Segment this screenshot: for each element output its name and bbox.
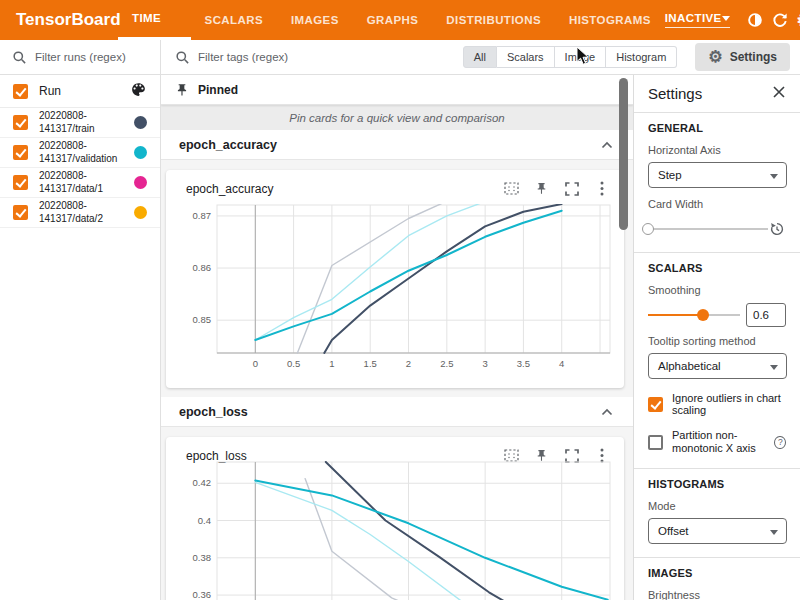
run-row-data-2[interactable]: 20220808-141317/data/2	[0, 198, 160, 228]
tab-graphs[interactable]: GRAPHS	[353, 0, 433, 40]
svg-text:2.5: 2.5	[440, 358, 453, 369]
pin-icon	[175, 83, 189, 97]
smoothing-slider[interactable]	[648, 308, 740, 322]
section-title: epoch_loss	[179, 405, 248, 419]
filter-histogram-button[interactable]: Histogram	[606, 46, 677, 68]
svg-text:3: 3	[482, 358, 487, 369]
main-scrollbar-thumb[interactable]	[619, 78, 628, 230]
reload-status-dropdown[interactable]: INACTIVE	[665, 12, 730, 28]
card-epoch-accuracy: epoch_accuracy	[166, 170, 624, 388]
run-checkbox[interactable]	[13, 175, 28, 190]
run-label: 20220808-141317/data/2	[39, 200, 123, 225]
app-logo: TensorBoard	[0, 0, 118, 40]
run-checkbox[interactable]	[13, 205, 28, 220]
svg-text:0.42: 0.42	[193, 477, 212, 488]
chevron-up-icon[interactable]	[601, 408, 613, 416]
tag-type-filter-group: All Scalars Image Histogram	[463, 46, 678, 68]
close-icon[interactable]	[772, 85, 786, 103]
settings-button[interactable]: ⚙ Settings	[695, 43, 790, 71]
help-icon[interactable]: ?	[774, 436, 786, 449]
histogram-mode-select[interactable]: Offset	[648, 518, 787, 544]
ignore-outliers-checkbox[interactable]	[648, 397, 663, 412]
pin-hint: Pin cards for a quick view and compariso…	[161, 105, 633, 130]
group-heading: IMAGES	[648, 567, 786, 579]
run-row-data-1[interactable]: 20220808-141317/data/1	[0, 168, 160, 198]
run-color-dot	[134, 206, 147, 219]
run-list-header: Run	[0, 75, 160, 108]
svg-text:0.36: 0.36	[193, 589, 212, 600]
svg-text:1: 1	[329, 358, 334, 369]
pinned-section-header: Pinned	[161, 75, 633, 105]
svg-text:0.85: 0.85	[193, 314, 212, 325]
tooltip-sorting-select[interactable]: Alphabetical	[648, 353, 787, 379]
run-color-dot	[134, 176, 147, 189]
tag-toolbar: All Scalars Image Histogram ⚙ Settings	[161, 40, 800, 75]
group-heading: GENERAL	[648, 122, 786, 134]
horizontal-axis-select[interactable]: Step	[648, 162, 787, 188]
settings-group-images: IMAGES Brightness Contrast	[634, 558, 800, 600]
run-filter	[0, 40, 160, 75]
filter-image-button[interactable]: Image	[555, 46, 607, 68]
card-title: epoch_accuracy	[186, 182, 273, 196]
more-options-icon[interactable]	[593, 180, 610, 197]
tab-histograms[interactable]: HISTOGRAMS	[555, 0, 665, 40]
search-icon	[175, 50, 190, 65]
card-epoch-loss: epoch_loss	[166, 437, 624, 600]
app-header: TensorBoard TIME SERIES SCALARS IMAGES G…	[0, 0, 800, 40]
svg-text:1.5: 1.5	[364, 358, 377, 369]
svg-text:0: 0	[253, 358, 258, 369]
tag-filter-input[interactable]	[198, 51, 348, 63]
fullscreen-icon[interactable]	[563, 180, 580, 197]
svg-text:4: 4	[559, 358, 564, 369]
nav-tabs: TIME SERIES SCALARS IMAGES GRAPHS DISTRI…	[118, 0, 665, 40]
run-row-train[interactable]: 20220808-141317/train	[0, 108, 160, 138]
run-checkbox[interactable]	[13, 115, 28, 130]
svg-text:0.38: 0.38	[193, 552, 212, 563]
run-filter-input[interactable]	[35, 51, 145, 63]
run-column-label: Run	[39, 84, 61, 98]
filter-all-button[interactable]: All	[463, 46, 497, 68]
tab-scalars[interactable]: SCALARS	[191, 0, 277, 40]
tab-images[interactable]: IMAGES	[277, 0, 353, 40]
tab-time-series[interactable]: TIME SERIES	[118, 0, 191, 40]
svg-text:0.5: 0.5	[287, 358, 300, 369]
select-all-runs-checkbox[interactable]	[13, 84, 28, 99]
chevron-down-icon	[722, 16, 730, 21]
reset-card-width-icon[interactable]	[768, 220, 786, 238]
svg-text:0.87: 0.87	[193, 210, 212, 221]
settings-group-scalars: SCALARS Smoothing Tooltip sorting method…	[634, 253, 800, 469]
filter-scalars-button[interactable]: Scalars	[497, 46, 555, 68]
pin-card-icon[interactable]	[533, 180, 550, 197]
run-label: 20220808-141317/validation	[39, 140, 123, 165]
palette-icon[interactable]	[130, 81, 147, 102]
section-epoch-accuracy[interactable]: epoch_accuracy	[161, 130, 633, 160]
section-title: epoch_accuracy	[179, 138, 277, 152]
refresh-icon[interactable]	[771, 7, 789, 34]
settings-gear-icon[interactable]: ⚙	[796, 7, 800, 34]
settings-panel: Settings GENERAL Horizontal Axis Step Ca…	[633, 75, 800, 600]
run-checkbox[interactable]	[13, 145, 28, 160]
chevron-up-icon[interactable]	[601, 141, 613, 149]
tag-filter	[175, 50, 348, 65]
epoch-accuracy-chart: 0.850.860.8700.511.522.533.54	[178, 203, 613, 375]
partition-x-axis-row: Partition non-monotonic X axis ?	[648, 429, 786, 455]
horizontal-axis-label: Horizontal Axis	[648, 144, 786, 156]
ignore-outliers-row: Ignore outliers in chart scaling	[648, 392, 786, 416]
brightness-label: Brightness	[648, 589, 786, 600]
smoothing-value-input[interactable]	[746, 303, 786, 327]
tab-distributions[interactable]: DISTRIBUTIONS	[432, 0, 555, 40]
settings-panel-title: Settings	[648, 85, 702, 102]
section-epoch-loss[interactable]: epoch_loss	[161, 397, 633, 427]
group-heading: HISTOGRAMS	[648, 478, 786, 490]
run-label: 20220808-141317/data/1	[39, 170, 123, 195]
runs-sidebar: Run 20220808-141317/train 20220808-14131…	[0, 40, 161, 600]
run-row-validation[interactable]: 20220808-141317/validation	[0, 138, 160, 168]
cards-area: Pinned Pin cards for a quick view and co…	[161, 75, 633, 600]
fit-domain-icon[interactable]	[503, 180, 520, 197]
svg-text:3.5: 3.5	[517, 358, 530, 369]
card-width-slider[interactable]	[648, 222, 768, 236]
brightness-toggle-icon[interactable]	[746, 7, 764, 34]
partition-x-axis-checkbox[interactable]	[648, 435, 663, 450]
card-width-label: Card Width	[648, 198, 786, 210]
search-icon	[12, 50, 27, 65]
